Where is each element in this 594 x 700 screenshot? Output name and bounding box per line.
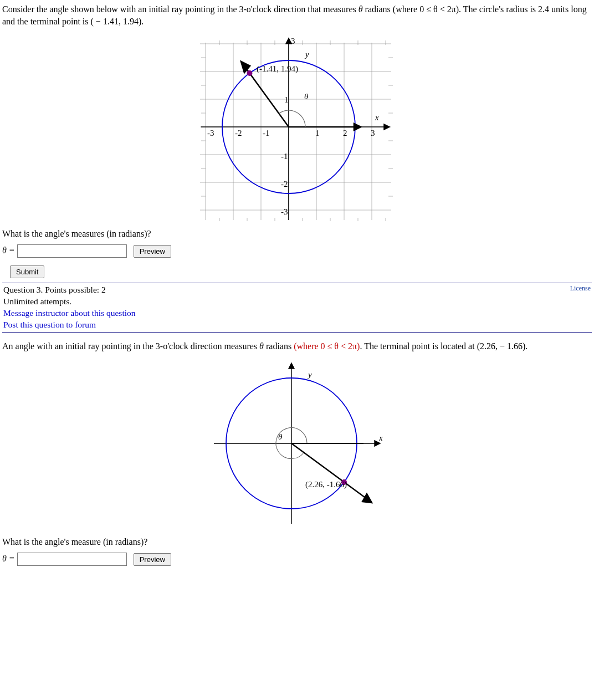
answer-row: θ = Preview [2,553,592,566]
svg-point-49 [247,70,253,76]
x-axis-label: x [375,113,379,122]
post-to-forum-link[interactable]: Post this question to forum [3,319,136,331]
tick: 1 [315,129,320,137]
svg-marker-46 [354,124,361,130]
y-axis-label: y [307,370,312,379]
submit-row: Submit [2,265,592,278]
license-link[interactable]: License [570,284,591,293]
tick: -1 [263,129,270,137]
tick: -1 [281,152,288,161]
figure-1: (-1.41, 1.94) y x θ -3 -2 -1 1 2 3 1 -1 … [2,33,592,221]
figure-2: (2.26, -1.66) y x θ [2,357,592,529]
theta-symbol: θ [359,4,363,14]
attempts-text: Unlimited attempts. [3,296,136,308]
svg-marker-42 [384,124,390,130]
theta-arc-label: θ [304,92,309,101]
answer-input[interactable] [17,244,127,258]
svg-line-56 [291,443,367,499]
tick: 2 [343,129,347,137]
answer-input[interactable] [17,553,127,566]
range-text: 0 ≤ θ < 2π [419,4,456,14]
theta-equals: θ = [2,246,15,255]
question-1: Consider the angle shown below with an i… [2,3,592,333]
separator [2,332,592,333]
question-prompt: What is the angle's measure (in radians)… [2,537,592,547]
points-text: Question 3. Points possible: 2 [3,284,136,296]
message-instructor-link[interactable]: Message instructor about this question [3,308,136,319]
tick: -3 [207,129,214,137]
question-prompt: What is the angle's measures (in radians… [2,229,592,239]
tick: 1 [284,95,289,104]
angle-graph-1: (-1.41, 1.94) y x θ -3 -2 -1 1 2 3 1 -1 … [194,33,400,221]
tick: 3 [371,129,375,137]
problem-statement: Consider the angle shown below with an i… [2,3,592,27]
point-label: (2.26, -1.66) [305,480,347,489]
tick: 3 [291,37,295,45]
x-axis-label: x [378,433,383,442]
tick: -2 [235,129,242,137]
text: An angle with an initial ray pointing in… [2,341,259,351]
preview-button[interactable]: Preview [134,245,171,258]
tick: -3 [281,207,288,216]
question-meta: Question 3. Points possible: 2 Unlimited… [2,283,592,332]
angle-graph-2: (2.26, -1.66) y x θ [197,357,397,529]
text: Consider the angle shown below with an i… [2,4,359,14]
preview-button[interactable]: Preview [134,553,171,566]
theta-arc-label: θ [278,432,283,441]
svg-marker-53 [289,363,294,369]
text: radians [264,341,294,351]
y-axis-label: y [304,50,309,59]
theta-equals: θ = [2,554,15,563]
point-label: (-1.41, 1.94) [257,64,298,74]
question-2: An angle with an initial ray pointing in… [2,340,592,566]
svg-marker-57 [362,494,372,503]
theta-symbol: θ [259,341,264,351]
submit-button[interactable]: Submit [10,265,44,278]
range-text-red: (where 0 ≤ θ < 2π) [294,341,360,351]
tick: -2 [281,180,288,188]
text: radians (where [363,4,420,14]
answer-row: θ = Preview [2,244,592,258]
text: . The terminal point is located at (2.26… [360,341,528,351]
problem-statement: An angle with an initial ray pointing in… [2,340,592,352]
